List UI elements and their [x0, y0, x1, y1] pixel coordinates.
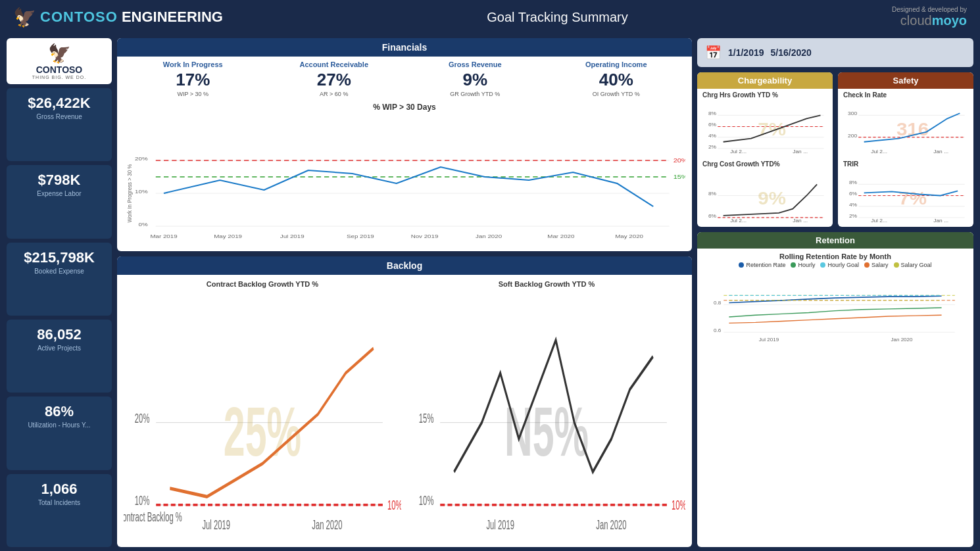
- svg-text:Jul 2019: Jul 2019: [280, 233, 305, 239]
- svg-text:Jul 2019: Jul 2019: [759, 337, 779, 343]
- metric-utilization: 86% Utilization - Hours Y...: [7, 396, 112, 469]
- retention-header: Retention: [697, 232, 973, 249]
- chrg-hrs-svg: 2% 4% 6% 8% 7% Jul 2...: [702, 99, 827, 155]
- svg-text:300: 300: [848, 110, 857, 116]
- metric-label-gross: Gross Revenue: [14, 113, 104, 120]
- legend-dot-retention: [739, 262, 744, 268]
- svg-text:10%: 10%: [419, 492, 434, 507]
- soft-backlog-chart: Soft Backlog Growth YTD % 10% 15%: [408, 280, 685, 538]
- financials-header: Financials: [117, 38, 692, 57]
- checkin-svg: 200 300 316 Jul 2... Jan ...: [843, 99, 968, 155]
- wip-chart-area: % WIP > 30 Days 0% 10% 20% Work In Progr…: [117, 100, 692, 251]
- svg-text:200: 200: [848, 133, 857, 139]
- svg-text:2%: 2%: [849, 213, 858, 219]
- chrg-cost-chart: 6% 8% 9% Jul 2... Jan ...: [697, 168, 833, 227]
- checkin-chart: 200 300 316 Jul 2... Jan ...: [838, 99, 973, 158]
- metric-label-expense: Expense Labor: [14, 190, 104, 197]
- contract-backlog-area: 10% 20% Contract Backlog % 25%: [124, 291, 401, 538]
- svg-text:Jan ...: Jan ...: [933, 149, 948, 155]
- legend-label-salary: Salary: [871, 262, 889, 268]
- metric-value-incidents: 1,066: [14, 481, 104, 498]
- main-content: 🦅 CONTOSO THING BIG. WE DO. $26,422K Gro…: [0, 34, 980, 551]
- retention-chart: 0.6 0.8: [697, 271, 973, 350]
- svg-text:Jul 2...: Jul 2...: [730, 149, 747, 155]
- svg-text:25%: 25%: [224, 393, 301, 470]
- logo-tagline: THING BIG. WE DO.: [32, 75, 86, 80]
- backlog-charts: Contract Backlog Growth YTD % 10% 20% Co…: [117, 275, 692, 543]
- retention-panel: Retention Rolling Retention Rate by Mont…: [697, 232, 973, 547]
- metric-label-booked: Booked Expense: [14, 268, 104, 275]
- svg-text:2%: 2%: [708, 144, 717, 150]
- financials-columns: Work In Progress 17% WIP > 30 % Account …: [117, 57, 692, 100]
- fin-value-ar: 27%: [265, 70, 404, 90]
- retention-svg: 0.6 0.8: [702, 271, 968, 345]
- fin-label-ar: Account Receivable: [265, 60, 404, 68]
- fin-col-wip: Work In Progress 17% WIP > 30 %: [124, 60, 262, 97]
- logo-eagle: 🦅: [48, 43, 71, 64]
- svg-text:9%: 9%: [758, 187, 786, 208]
- svg-text:8%: 8%: [708, 191, 717, 197]
- metric-expense-labor: $798K Expense Labor: [7, 165, 112, 238]
- metric-incidents: 1,066 Total Incidents: [7, 474, 112, 547]
- svg-text:Jul 2...: Jul 2...: [871, 218, 887, 224]
- svg-text:8%: 8%: [708, 110, 717, 116]
- calendar-icon: 📅: [705, 45, 722, 60]
- svg-text:Jan 2020: Jan 2020: [891, 337, 913, 343]
- fin-label-oi: Operating Income: [547, 60, 686, 68]
- trir-svg: 2% 4% 6% 8% 7% Jul 2...: [843, 168, 968, 224]
- chrg-cost-title: Chrg Cost Growth YTD%: [697, 158, 833, 168]
- logo-name: CONTOSO: [36, 64, 83, 75]
- legend-dot-salary: [864, 262, 870, 268]
- sidebar-logo: 🦅 CONTOSO THING BIG. WE DO.: [7, 38, 112, 84]
- date-row: 📅 1/1/2019 5/16/2020: [697, 38, 973, 67]
- svg-text:7%: 7%: [898, 187, 927, 208]
- svg-text:10%: 10%: [135, 189, 148, 195]
- svg-text:Jul 2019: Jul 2019: [202, 517, 230, 532]
- header: 🦅 CONTOSO ENGINEERING Goal Tracking Summ…: [0, 0, 980, 34]
- svg-text:7%: 7%: [758, 118, 786, 139]
- metric-label-util: Utilization - Hours Y...: [14, 421, 104, 429]
- legend-label-hourly: Hourly: [798, 262, 815, 268]
- date-start: 1/1/2019: [728, 47, 764, 58]
- chargeability-panel: Chargeability Chrg Hrs Growth YTD % 2% 4…: [697, 72, 833, 227]
- retention-legend: Retention Rate Hourly Hourly Goal Salary…: [697, 262, 973, 271]
- charge-safety-section: Chargeability Chrg Hrs Growth YTD % 2% 4…: [697, 72, 973, 227]
- svg-text:20%: 20%: [135, 156, 148, 162]
- fin-label-gr: Gross Revenue: [406, 60, 545, 68]
- legend-dot-salary-goal: [894, 262, 899, 268]
- fin-sublabel-oi: OI Growth YTD %: [547, 91, 686, 97]
- svg-text:May 2019: May 2019: [214, 233, 242, 239]
- fin-col-gr: Gross Revenue 9% GR Growth YTD %: [406, 60, 545, 97]
- svg-text:Jan 2020: Jan 2020: [476, 233, 502, 239]
- page-title: Goal Tracking Summary: [487, 10, 628, 25]
- svg-text:May 2020: May 2020: [615, 233, 643, 239]
- metric-value-booked: $215,798K: [14, 249, 104, 266]
- date-end: 5/16/2020: [771, 47, 812, 58]
- svg-text:8%: 8%: [849, 180, 858, 185]
- svg-text:15%: 15%: [419, 410, 434, 425]
- svg-text:Nov 2019: Nov 2019: [411, 233, 439, 239]
- svg-text:316: 316: [896, 118, 929, 139]
- metric-gross-revenue: $26,422K Gross Revenue: [7, 88, 112, 161]
- metric-value-gross: $26,422K: [14, 95, 104, 112]
- fin-sublabel-wip: WIP > 30 %: [124, 91, 262, 97]
- checkin-title: Check In Rate: [838, 89, 973, 99]
- metric-label-projects: Active Projects: [14, 345, 104, 352]
- svg-text:10%: 10%: [135, 492, 150, 507]
- soft-backlog-svg: 10% 15% N5% Jul 2019: [408, 291, 685, 538]
- svg-text:Contract Backlog %: Contract Backlog %: [124, 509, 182, 523]
- svg-text:10%: 10%: [387, 498, 401, 512]
- svg-text:4%: 4%: [708, 133, 717, 139]
- svg-text:Sep 2019: Sep 2019: [347, 233, 374, 239]
- fin-value-gr: 9%: [406, 70, 545, 90]
- fin-sublabel-gr: GR Growth YTD %: [406, 91, 545, 97]
- contract-backlog-chart: Contract Backlog Growth YTD % 10% 20% Co…: [124, 280, 401, 538]
- svg-text:Jan 2020: Jan 2020: [596, 517, 626, 532]
- fin-label-wip: Work In Progress: [124, 60, 262, 68]
- chrg-cost-svg: 6% 8% 9% Jul 2... Jan ...: [702, 168, 827, 224]
- retention-chart-title: Rolling Retention Rate by Month: [697, 249, 973, 262]
- chrg-hrs-title: Chrg Hrs Growth YTD %: [697, 89, 833, 99]
- center-panel: Financials Work In Progress 17% WIP > 30…: [117, 38, 692, 547]
- safety-panel: Safety Check In Rate 200 300 316: [838, 72, 973, 227]
- svg-text:Jan ...: Jan ...: [933, 218, 948, 224]
